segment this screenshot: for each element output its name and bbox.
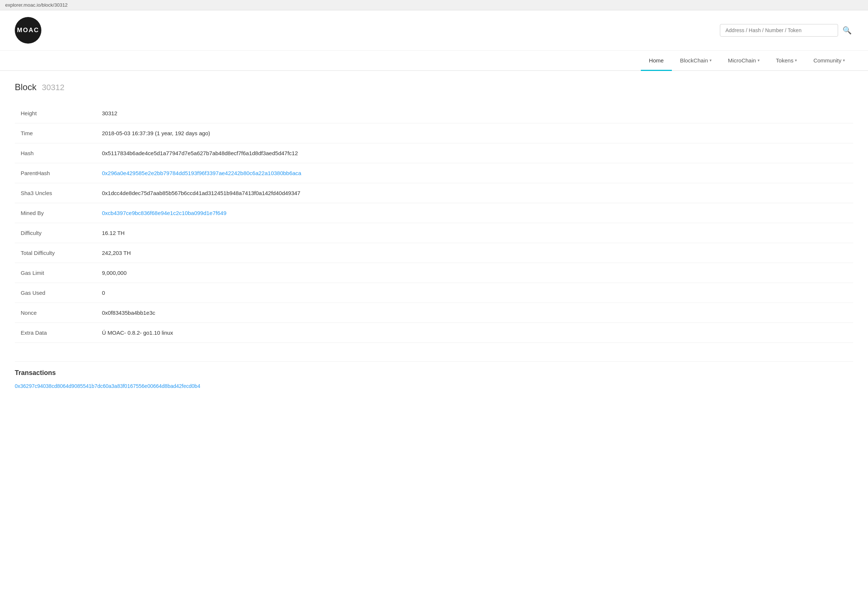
table-row: Difficulty16.12 TH xyxy=(15,223,853,243)
field-value: Ú MOAC- 0.8.2- go1.10 linux xyxy=(96,323,853,343)
logo[interactable]: MOAC xyxy=(15,17,41,43)
field-value: 0xcb4397ce9bc836f68e94e1c2c10ba099d1e7f6… xyxy=(96,203,853,223)
nav-label-microchain: MicroChain xyxy=(728,57,756,64)
table-row: Sha3 Uncles0x1dcc4de8dec75d7aab85b567b6c… xyxy=(15,183,853,203)
field-label: Mined By xyxy=(15,203,96,223)
browser-url: explorer.moac.io/block/30312 xyxy=(5,2,68,8)
block-details-table: Height30312Time2018-05-03 16:37:39 (1 ye… xyxy=(15,104,853,343)
chevron-down-icon: ▾ xyxy=(710,58,712,63)
table-row: Nonce0x0f83435ba4bb1e3c xyxy=(15,303,853,323)
field-label: Time xyxy=(15,123,96,143)
field-label: ParentHash xyxy=(15,163,96,183)
field-value: 0x0f83435ba4bb1e3c xyxy=(96,303,853,323)
table-row: Extra DataÚ MOAC- 0.8.2- go1.10 linux xyxy=(15,323,853,343)
browser-bar: explorer.moac.io/block/30312 xyxy=(0,0,868,10)
chevron-down-icon: ▾ xyxy=(758,58,760,63)
field-label: Gas Used xyxy=(15,283,96,303)
field-value: 242,203 TH xyxy=(96,243,853,263)
field-value: 0 xyxy=(96,283,853,303)
field-label: Extra Data xyxy=(15,323,96,343)
nav-label-tokens: Tokens xyxy=(776,57,794,64)
field-value: 9,000,000 xyxy=(96,263,853,283)
field-label: Difficulty xyxy=(15,223,96,243)
nav-item-tokens[interactable]: Tokens ▾ xyxy=(768,51,806,70)
field-value: 0x5117834b6ade4ce5d1a77947d7e5a627b7ab48… xyxy=(96,143,853,163)
table-row: Hash0x5117834b6ade4ce5d1a77947d7e5a627b7… xyxy=(15,143,853,163)
nav-item-microchain[interactable]: MicroChain ▾ xyxy=(720,51,768,70)
table-row: Gas Limit9,000,000 xyxy=(15,263,853,283)
nav-label-home: Home xyxy=(649,57,664,64)
transactions-section: Transactions 0x36297c94038cd8064d9085541… xyxy=(15,361,853,389)
transaction-hash-link[interactable]: 0x36297c94038cd8064d9085541b7dc60a3a83f0… xyxy=(15,383,200,389)
nav-label-blockchain: BlockChain xyxy=(680,57,708,64)
main-nav: Home BlockChain ▾ MicroChain ▾ Tokens ▾ … xyxy=(0,51,868,71)
nav-label-community: Community xyxy=(813,57,842,64)
field-label: Gas Limit xyxy=(15,263,96,283)
chevron-down-icon: ▾ xyxy=(795,58,797,63)
nav-item-home[interactable]: Home xyxy=(641,51,672,70)
field-label: Total Difficulty xyxy=(15,243,96,263)
header: MOAC 🔍 xyxy=(0,10,868,51)
search-icon: 🔍 xyxy=(843,26,852,34)
search-button[interactable]: 🔍 xyxy=(841,24,853,36)
table-row: Height30312 xyxy=(15,104,853,123)
page-title: Block 30312 xyxy=(15,82,853,92)
nav-item-community[interactable]: Community ▾ xyxy=(805,51,853,70)
logo-text: MOAC xyxy=(17,26,39,34)
page-content: Block 30312 Height30312Time2018-05-03 16… xyxy=(0,71,868,400)
table-row: Gas Used0 xyxy=(15,283,853,303)
field-value: 0x1dcc4de8dec75d7aab85b567b6ccd41ad31245… xyxy=(96,183,853,203)
chevron-down-icon: ▾ xyxy=(843,58,845,63)
field-label: Height xyxy=(15,104,96,123)
field-value: 2018-05-03 16:37:39 (1 year, 192 days ag… xyxy=(96,123,853,143)
table-row: Total Difficulty242,203 TH xyxy=(15,243,853,263)
transactions-title: Transactions xyxy=(15,369,853,377)
table-row: Time2018-05-03 16:37:39 (1 year, 192 day… xyxy=(15,123,853,143)
search-container: 🔍 xyxy=(720,24,853,37)
table-row: ParentHash0x296a0e429585e2e2bb79784dd519… xyxy=(15,163,853,183)
table-row: Mined By0xcb4397ce9bc836f68e94e1c2c10ba0… xyxy=(15,203,853,223)
field-value: 0x296a0e429585e2e2bb79784dd5193f96f3397a… xyxy=(96,163,853,183)
nav-item-blockchain[interactable]: BlockChain ▾ xyxy=(672,51,720,70)
block-number: 30312 xyxy=(42,83,64,92)
field-label: Hash xyxy=(15,143,96,163)
field-value: 30312 xyxy=(96,104,853,123)
field-value: 16.12 TH xyxy=(96,223,853,243)
search-input[interactable] xyxy=(720,24,838,37)
field-label: Sha3 Uncles xyxy=(15,183,96,203)
field-label: Nonce xyxy=(15,303,96,323)
